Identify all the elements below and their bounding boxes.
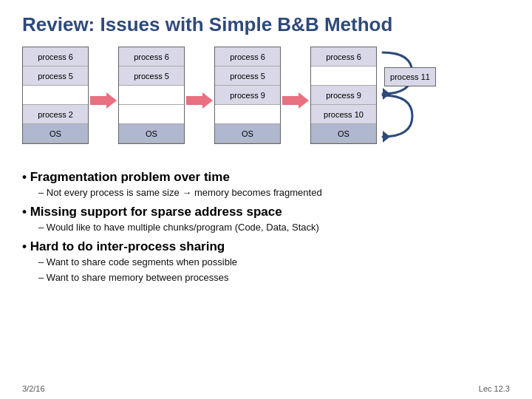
bullet-sub-3a: – Want to share code segments when possi… — [38, 256, 510, 270]
block-c2-empty2 — [119, 105, 184, 124]
svg-marker-4 — [383, 131, 390, 143]
block-c3-process9: process 9 — [215, 86, 280, 105]
block-c2-empty1 — [119, 86, 184, 105]
svg-marker-2 — [282, 92, 309, 109]
arrow-1 — [89, 47, 118, 109]
block-c3-process6: process 6 — [215, 47, 280, 66]
block-c1-process5: process 5 — [23, 66, 88, 86]
footer-left: 3/2/16 — [22, 384, 45, 393]
bullet-sub-3b: – Want to share memory between processes — [38, 271, 510, 285]
mem-col-1: process 6 process 5 process 2 OS — [22, 47, 89, 144]
block-c1-process6: process 6 — [23, 47, 88, 66]
block-c4-process10: process 10 — [311, 105, 376, 124]
slide-title: Review: Issues with Simple B&B Method — [22, 13, 510, 36]
arrow-icon-1 — [90, 92, 117, 109]
block-process11: process 11 — [384, 67, 436, 86]
block-c3-process5: process 5 — [215, 66, 280, 86]
block-c1-process2: process 2 — [23, 105, 88, 124]
block-c3-empty — [215, 105, 280, 124]
block-c2-process6: process 6 — [119, 47, 184, 66]
bullet-sub-1: – Not every process is same size → memor… — [38, 186, 510, 200]
footer: 3/2/16 Lec 12.3 — [22, 384, 510, 393]
block-c4-process6: process 6 — [311, 47, 376, 66]
arrow-icon-3 — [282, 92, 309, 109]
arrow-2 — [185, 47, 214, 109]
arrow-3 — [281, 47, 310, 109]
footer-right: Lec 12.3 — [479, 384, 510, 393]
block-c4-empty — [311, 66, 376, 86]
block-c2-process5: process 5 — [119, 66, 184, 86]
mem-col-4: process 6 process 9 process 10 OS — [310, 47, 377, 144]
bullet-main-2: • Missing support for sparse address spa… — [22, 205, 510, 219]
bullets-section: • Fragmentation problem over time – Not … — [22, 170, 510, 284]
block-c1-empty — [23, 86, 88, 105]
bullet-main-3: • Hard to do inter-process sharing — [22, 239, 510, 254]
mem-col-2: process 6 process 5 OS — [118, 47, 185, 144]
memory-column-1: process 6 process 5 process 2 OS — [22, 47, 89, 144]
curved-arrow-bottom-icon — [380, 89, 415, 143]
right-side: process 11 — [380, 47, 436, 161]
bullet-sub-2: – Would like to have multiple chunks/pro… — [38, 221, 510, 235]
svg-marker-1 — [186, 92, 213, 109]
block-c4-process9: process 9 — [311, 86, 376, 105]
svg-marker-0 — [90, 92, 117, 109]
mem-col-3: process 6 process 5 process 9 OS — [214, 47, 281, 144]
block-c1-os: OS — [23, 124, 88, 143]
arrow-icon-2 — [186, 92, 213, 109]
memory-column-4: process 6 process 9 process 10 OS — [310, 47, 377, 144]
memory-column-3: process 6 process 5 process 9 OS — [214, 47, 281, 144]
bullet-main-1: • Fragmentation problem over time — [22, 170, 510, 185]
memory-column-2: process 6 process 5 OS — [118, 47, 185, 144]
block-c2-os: OS — [119, 124, 184, 143]
block-c3-os: OS — [215, 124, 280, 143]
slide: Review: Issues with Simple B&B Method pr… — [0, 0, 532, 399]
block-c4-os: OS — [311, 124, 376, 143]
memory-area: process 6 process 5 process 2 OS process… — [22, 47, 510, 161]
